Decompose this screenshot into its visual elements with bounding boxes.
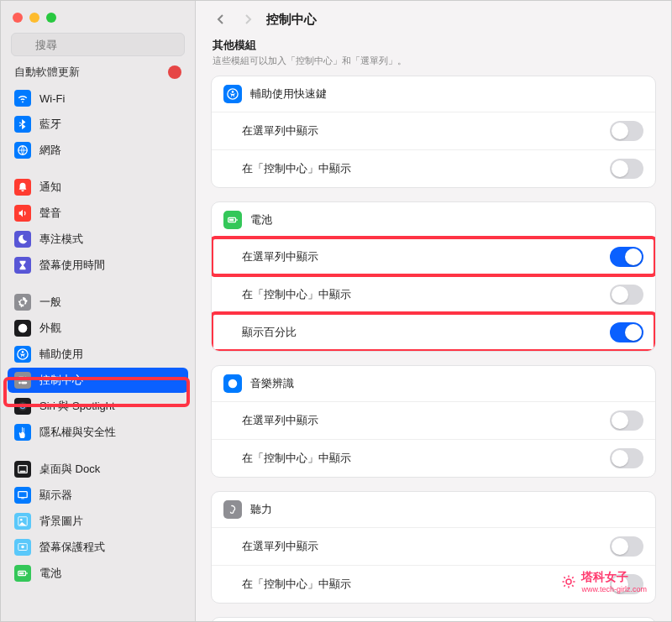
sidebar-item-11[interactable]: 輔助使用 [8,342,188,367]
section-subheader: 其他模組 這些模組可以加入「控制中心」和「選單列」。 [196,34,671,69]
sidebar: 自動軟體更新 Wi-Fi藍牙網路通知聲音專注模式螢幕使用時間一般外觀輔助使用控制… [1,1,196,621]
accessibility-icon [223,85,242,103]
search-wrap [1,29,195,65]
sidebar-item-label: 隱私權與安全性 [39,425,116,440]
svg-point-9 [18,382,21,384]
svg-line-37 [564,585,566,587]
sidebar-item-16[interactable]: 桌面與 Dock [8,457,188,482]
dock-icon [14,461,31,478]
svg-point-30 [566,579,571,584]
setting-label: 在「控制中心」中顯示 [242,451,610,466]
sidebar-item-10[interactable]: 外觀 [8,316,188,341]
battery-icon [14,565,31,582]
sidebar-item-1[interactable]: 藍牙 [8,112,188,137]
sidebar-item-label: 一般 [39,295,61,310]
group-header: 輔助使用快速鍵 [212,76,655,112]
battery-icon [223,211,242,229]
forward-button[interactable] [239,11,256,28]
group-header: 聽力 [212,492,655,527]
back-button[interactable] [213,11,229,28]
sidebar-item-14[interactable]: 隱私權與安全性 [8,420,188,445]
content-pane: 控制中心 其他模組 這些模組可以加入「控制中心」和「選單列」。 輔助使用快速鍵在… [196,1,671,621]
sidebar-item-label: 控制中心 [39,373,83,388]
sidebar-item-label: Wi-Fi [39,92,65,105]
setting-label: 在選單列中顯示 [242,249,610,264]
sidebar-item-20[interactable]: 電池 [8,561,188,586]
svg-rect-6 [18,377,24,379]
svg-line-35 [564,577,566,578]
sidebar-item-2[interactable]: 網路 [8,138,188,163]
sidebar-item-label: 聲音 [39,206,61,221]
setting-label: 顯示百分比 [242,325,610,340]
sidebar-item-label: 自動軟體更新 [14,65,160,80]
toggle-switch[interactable] [610,247,643,267]
setting-row: 在選單列中顯示 [212,112,655,149]
toggle-switch[interactable] [610,285,643,305]
group-title: 電池 [250,212,643,227]
setting-row: 在「控制中心」中顯示 [212,439,655,477]
sidebar-item-7[interactable]: 螢幕使用時間 [8,253,188,278]
toggle-switch[interactable] [610,159,643,179]
sidebar-item-label: 背景圖片 [39,514,83,529]
sidebar-item-label: 顯示器 [39,488,72,503]
sidebar-item-label: 外觀 [39,321,61,336]
setting-label: 在選單列中顯示 [242,123,610,139]
svg-point-7 [24,377,27,379]
toggle-switch[interactable] [610,322,643,342]
gear-icon [14,294,31,311]
svg-point-28 [228,379,238,389]
sidebar-item-0[interactable]: Wi-Fi [8,86,188,111]
spark-icon [561,574,576,589]
sidebar-item-13[interactable]: Siri 與 Spotlight [8,394,188,419]
chevron-left-icon [216,14,226,24]
chevron-right-icon [243,14,253,24]
sidebar-item-12[interactable]: 控制中心 [8,368,188,393]
content-scroll[interactable]: 輔助使用快速鍵在選單列中顯示在「控制中心」中顯示電池在選單列中顯示在「控制中心」… [196,69,671,621]
hourglass-icon [14,257,31,274]
network-icon [14,142,31,159]
sidebar-item-17[interactable]: 顯示器 [8,483,188,508]
settings-group: 音樂辨識在選單列中顯示在「控制中心」中顯示 [211,365,656,478]
search-input[interactable] [11,33,185,56]
svg-rect-27 [229,219,234,222]
settings-window: 自動軟體更新 Wi-Fi藍牙網路通知聲音專注模式螢幕使用時間一般外觀輔助使用控制… [0,0,672,622]
svg-rect-26 [236,219,237,221]
sidebar-item-cut[interactable]: 自動軟體更新 [8,65,188,85]
svg-point-10 [18,402,28,411]
minimize-button[interactable] [29,13,39,23]
subheader-desc: 這些模組可以加入「控制中心」和「選單列」。 [213,55,654,67]
setting-label: 在「控制中心」中顯示 [242,577,610,592]
sidebar-item-label: 通知 [39,180,61,195]
svg-point-17 [20,519,23,521]
setting-row: 在「控制中心」中顯示 [212,149,655,187]
appearance-icon [14,320,31,337]
group-header: 電池 [212,202,655,238]
shazam-icon [223,374,242,393]
toggle-switch[interactable] [610,410,643,431]
accessibility-icon [14,346,31,363]
sidebar-item-5[interactable]: 聲音 [8,201,188,226]
sidebar-item-6[interactable]: 專注模式 [8,227,188,252]
fullscreen-button[interactable] [46,13,56,23]
sidebar-item-label: 網路 [39,143,61,158]
svg-rect-8 [21,382,27,384]
setting-label: 在選單列中顯示 [242,413,610,428]
toggle-switch[interactable] [610,536,643,557]
sidebar-item-label: 輔助使用 [39,347,83,362]
svg-point-24 [232,91,234,93]
sidebar-nav[interactable]: 自動軟體更新 Wi-Fi藍牙網路通知聲音專注模式螢幕使用時間一般外觀輔助使用控制… [1,65,195,621]
sidebar-item-18[interactable]: 背景圖片 [8,509,188,534]
screensaver-icon [14,539,31,556]
setting-label: 在「控制中心」中顯示 [242,287,610,302]
sidebar-item-9[interactable]: 一般 [8,290,188,315]
toggle-switch[interactable] [610,448,643,468]
close-button[interactable] [13,13,23,23]
sidebar-item-19[interactable]: 螢幕保護程式 [8,535,188,560]
sidebar-item-4[interactable]: 通知 [8,175,188,200]
bluetooth-icon [14,116,31,133]
watermark-text: 塔科女子 [581,570,628,583]
switches-icon [14,372,31,389]
sidebar-item-label: 專注模式 [39,232,83,247]
toggle-switch[interactable] [610,121,643,141]
svg-line-38 [573,577,575,578]
